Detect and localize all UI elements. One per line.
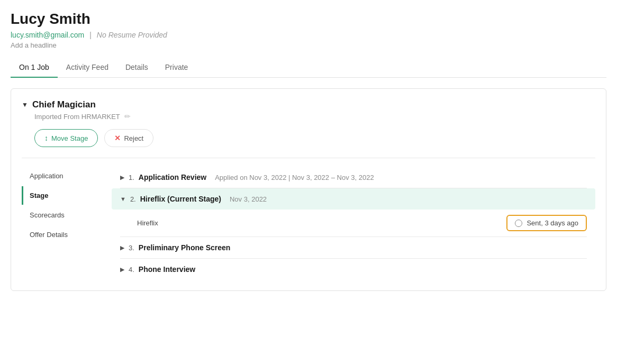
move-stage-button[interactable]: ↕ Move Stage	[34, 129, 98, 147]
candidate-meta: lucy.smith@gmail.com | No Resume Provide…	[11, 31, 606, 39]
tabs-bar: On 1 Job Activity Feed Details Private	[11, 58, 606, 78]
sidebar-item-application[interactable]: Application	[22, 167, 112, 185]
stage-4-number: 4.	[129, 266, 134, 274]
job-header: ▼ Chief Magician	[22, 99, 595, 110]
stage-2-date: Nov 3, 2022	[230, 195, 267, 203]
stage-1-arrow-icon[interactable]: ▶	[120, 174, 124, 181]
action-buttons: ↕ Move Stage ✕ Reject	[34, 129, 595, 147]
stage-2-number: 2.	[130, 195, 136, 203]
collapse-arrow-icon[interactable]: ▼	[22, 101, 28, 108]
sent-status-text: Sent, 3 days ago	[527, 219, 578, 227]
stage-2-detail-row: Hireflix Sent, 3 days ago	[112, 210, 595, 236]
job-body: Application Stage Scorecards Offer Detai…	[22, 158, 595, 280]
sidebar-item-offer-details[interactable]: Offer Details	[22, 225, 112, 244]
candidate-name: Lucy Smith	[11, 11, 606, 28]
reject-button[interactable]: ✕ Reject	[104, 129, 153, 147]
stage-2-arrow-icon[interactable]: ▼	[120, 196, 126, 202]
tab-on-job[interactable]: On 1 Job	[11, 58, 58, 78]
stage-row-2: ▼ 2. Hireflix (Current Stage) Nov 3, 202…	[112, 188, 595, 210]
page-wrapper: Lucy Smith lucy.smith@gmail.com | No Res…	[0, 0, 617, 364]
move-stage-label: Move Stage	[51, 134, 88, 142]
radio-circle-icon	[515, 220, 522, 227]
sidebar-item-scorecards[interactable]: Scorecards	[22, 206, 112, 224]
stage-2-detail-label: Hireflix	[137, 219, 158, 227]
stage-row-4: ▶ 4. Phone Interview	[112, 259, 595, 280]
sidebar-item-stage[interactable]: Stage	[22, 186, 112, 205]
candidate-email[interactable]: lucy.smith@gmail.com	[11, 31, 84, 39]
stages-area: ▶ 1. Application Review Applied on Nov 3…	[112, 158, 595, 280]
no-resume-label: No Resume Provided	[97, 31, 167, 39]
stage-3-number: 3.	[129, 244, 134, 252]
tab-details[interactable]: Details	[117, 58, 157, 78]
add-headline[interactable]: Add a headline	[11, 41, 606, 49]
stage-row-3: ▶ 3. Preliminary Phone Screen	[112, 237, 595, 258]
tab-activity-feed[interactable]: Activity Feed	[58, 58, 117, 78]
stage-1-name[interactable]: Application Review	[139, 173, 206, 181]
job-source-text: Imported From HRMARKET	[34, 113, 120, 121]
main-content: ▼ Chief Magician Imported From HRMARKET …	[0, 78, 617, 302]
job-card: ▼ Chief Magician Imported From HRMARKET …	[11, 88, 606, 291]
stage-1-meta: Applied on Nov 3, 2022 | Nov 3, 2022 – N…	[215, 174, 374, 181]
stage-3-arrow-icon[interactable]: ▶	[120, 244, 124, 251]
move-stage-icon: ↕	[44, 134, 48, 142]
job-source: Imported From HRMARKET ✏	[34, 112, 595, 121]
candidate-header: Lucy Smith lucy.smith@gmail.com | No Res…	[0, 0, 617, 78]
sent-badge[interactable]: Sent, 3 days ago	[506, 215, 587, 231]
stage-1-number: 1.	[129, 174, 134, 181]
stage-3-name[interactable]: Preliminary Phone Screen	[139, 243, 231, 252]
job-title: Chief Magician	[32, 99, 96, 110]
sidebar-nav: Application Stage Scorecards Offer Detai…	[22, 158, 112, 280]
reject-icon: ✕	[114, 134, 121, 142]
stage-4-name[interactable]: Phone Interview	[139, 265, 195, 274]
stage-row-1: ▶ 1. Application Review Applied on Nov 3…	[112, 167, 595, 188]
stage-2-name[interactable]: Hireflix (Current Stage)	[140, 195, 221, 203]
tab-private[interactable]: Private	[157, 58, 197, 78]
edit-icon[interactable]: ✏	[124, 112, 131, 121]
stage-4-arrow-icon[interactable]: ▶	[120, 266, 124, 273]
reject-label: Reject	[124, 134, 143, 142]
meta-divider: |	[89, 31, 92, 39]
